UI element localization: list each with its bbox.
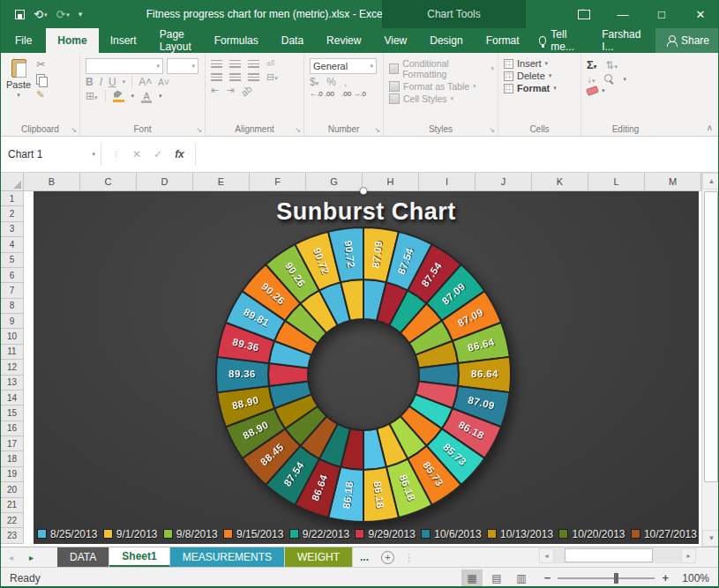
legend-item[interactable]: 9/1/2013 [103,528,158,540]
share-button[interactable]: Share [655,28,719,53]
align-middle-icon[interactable] [229,60,241,68]
legend-item[interactable]: 9/29/2013 [355,528,415,540]
clipboard-dialog-launcher-icon[interactable]: ↘ [71,126,77,134]
legend-item[interactable]: 9/22/2013 [289,528,349,540]
paste-dropdown-icon[interactable]: ▾ [17,92,20,99]
row-header-5[interactable]: 5 [1,253,24,268]
row-header-23[interactable]: 23 [1,528,24,543]
tab-home[interactable]: Home [46,28,98,53]
legend-item[interactable]: 9/15/2013 [223,528,283,540]
insert-function-icon[interactable]: fx [175,148,184,160]
row-header-7[interactable]: 7 [1,283,24,298]
minimize-button[interactable]: — [603,0,642,28]
enter-icon[interactable]: ✓ [154,148,162,160]
cancel-icon[interactable]: ✕ [132,148,141,160]
name-box[interactable]: Chart 1 ▾ [3,144,101,166]
scroll-up-icon[interactable]: ▲ [702,173,719,190]
row-header-12[interactable]: 12 [1,360,24,375]
format-cells-button[interactable]: Format [517,83,550,93]
row-header-16[interactable]: 16 [1,421,24,436]
conditional-formatting-button[interactable]: Conditional Formatting [402,58,487,79]
row-header-9[interactable]: 9 [1,314,24,329]
column-header-K[interactable]: K [532,173,588,191]
ribbon-display-options-icon[interactable] [565,0,603,28]
row-header-11[interactable]: 11 [1,345,24,360]
cell-styles-button[interactable]: Cell Styles [403,93,447,104]
styles-dialog-launcher-icon[interactable]: ↘ [489,126,495,134]
tab-design[interactable]: Design [418,28,474,53]
page-layout-view-icon[interactable]: ▤ [486,569,507,587]
align-right-icon[interactable] [248,73,259,81]
font-size-combo[interactable]: ▾ [167,58,198,74]
undo-icon[interactable]: ⟲▾ [34,9,47,20]
sheet-nav-prev-icon[interactable]: ◂ [1,547,21,567]
comma-icon[interactable]: , [344,76,347,88]
collapse-ribbon-icon[interactable]: ∧ [707,123,713,132]
bold-icon[interactable]: B [86,76,94,88]
row-header-20[interactable]: 20 [1,482,24,497]
insert-cells-button[interactable]: Insert [517,58,542,69]
close-button[interactable]: ✕ [681,0,719,28]
column-header-M[interactable]: M [645,173,701,191]
row-header-17[interactable]: 17 [1,436,24,451]
currency-icon[interactable]: $▾ [310,76,318,88]
cut-icon[interactable]: ✂ [36,60,46,69]
font-name-combo[interactable]: ▾ [86,58,163,74]
tell-me-button[interactable]: Tell me... [531,28,595,53]
sheet-tab-data[interactable]: DATA [57,547,109,567]
zoom-slider[interactable] [558,577,655,579]
format-as-table-button[interactable]: Format as Table [403,81,469,92]
find-select-icon[interactable] [604,74,615,85]
wrap-text-icon[interactable]: ⏎ [266,58,274,70]
column-header-D[interactable]: D [137,173,193,191]
paste-button[interactable]: Paste ▾ [6,56,31,99]
vertical-scroll-thumb[interactable] [704,191,718,482]
align-top-icon[interactable] [211,60,222,68]
number-dialog-launcher-icon[interactable]: ↘ [374,126,380,134]
autosum-icon[interactable]: Σ▾ [587,58,596,71]
row-header-10[interactable]: 10 [1,329,24,344]
row-header-21[interactable]: 21 [1,498,24,513]
align-center-icon[interactable] [229,73,241,81]
sort-filter-icon[interactable]: ⇅▾ [605,59,618,71]
vertical-scrollbar[interactable]: ▲ ▼ [701,173,719,547]
row-header-18[interactable]: 18 [1,451,24,466]
merge-center-icon[interactable]: ⊟▾ [266,71,278,83]
percent-icon[interactable]: % [326,76,336,88]
increase-decimal-icon[interactable]: ←.0 .00 [310,90,334,98]
decrease-indent-icon[interactable]: ⇤ [211,85,219,96]
grow-font-icon[interactable]: A˄ [139,76,152,88]
maximize-button[interactable]: □ [642,0,681,28]
column-header-H[interactable]: H [363,173,419,191]
alignment-dialog-launcher-icon[interactable]: ↘ [295,126,301,134]
borders-icon[interactable]: ⊞▾ [86,90,98,102]
row-header-1[interactable]: 1 [1,191,24,206]
copy-icon[interactable] [36,74,46,86]
scroll-right-icon[interactable]: ▸ [681,548,696,563]
tab-formulas[interactable]: Formulas [203,28,270,53]
font-dialog-launcher-icon[interactable]: ↘ [196,126,202,134]
legend-item[interactable]: 9/8/2013 [163,528,218,540]
column-header-J[interactable]: J [476,173,532,191]
scroll-left-icon[interactable]: ◂ [539,548,554,563]
legend-item[interactable]: 10/20/2013 [558,528,625,540]
zoom-in-icon[interactable]: + [662,571,669,584]
tab-review[interactable]: Review [315,28,372,53]
tab-insert[interactable]: Insert [99,28,148,53]
sheet-tab-measurements[interactable]: MEASUREMENTS [170,547,285,567]
new-sheet-button[interactable]: + [381,547,394,567]
sheet-overflow[interactable]: ... [353,547,376,567]
select-all-corner[interactable] [1,173,24,191]
underline-icon[interactable]: U [109,76,116,88]
scroll-down-icon[interactable]: ▼ [702,530,719,547]
row-header-14[interactable]: 14 [1,391,24,406]
save-icon[interactable] [15,10,25,19]
row-header-3[interactable]: 3 [1,222,24,237]
horizontal-scroll-thumb[interactable] [565,548,654,562]
tab-file[interactable]: File [1,28,46,53]
row-header-4[interactable]: 4 [1,237,24,252]
column-header-L[interactable]: L [588,173,645,191]
sunburst-rings[interactable]: 87.0987.0987.5487.5487.5487.5487.0987.09… [216,227,511,522]
formula-input[interactable] [196,144,719,166]
tab-format[interactable]: Format [475,28,531,53]
